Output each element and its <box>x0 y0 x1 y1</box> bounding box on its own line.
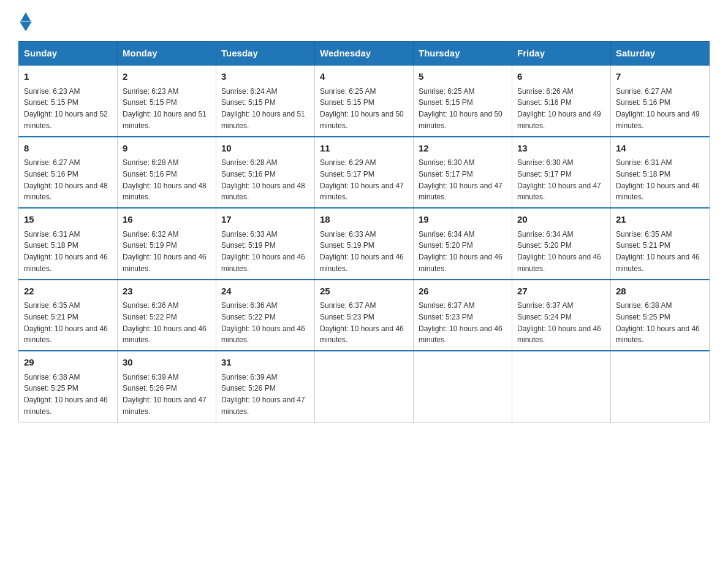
day-number: 23 <box>123 285 211 299</box>
header-row: SundayMondayTuesdayWednesdayThursdayFrid… <box>19 42 710 66</box>
day-info: Sunrise: 6:27 AMSunset: 5:16 PMDaylight:… <box>616 87 700 130</box>
calendar-cell: 27 Sunrise: 6:37 AMSunset: 5:24 PMDaylig… <box>512 280 611 351</box>
calendar-cell: 9 Sunrise: 6:28 AMSunset: 5:16 PMDayligh… <box>118 137 216 209</box>
calendar-cell: 24 Sunrise: 6:36 AMSunset: 5:22 PMDaylig… <box>216 280 315 351</box>
day-info: Sunrise: 6:30 AMSunset: 5:17 PMDaylight:… <box>517 158 601 201</box>
logo-triangle-bottom <box>20 21 32 31</box>
day-info: Sunrise: 6:36 AMSunset: 5:22 PMDaylight:… <box>221 301 305 344</box>
day-info: Sunrise: 6:34 AMSunset: 5:20 PMDaylight:… <box>517 230 601 273</box>
day-number: 5 <box>419 70 507 84</box>
day-number: 7 <box>616 70 704 84</box>
calendar-cell: 25 Sunrise: 6:37 AMSunset: 5:23 PMDaylig… <box>315 280 414 351</box>
day-info: Sunrise: 6:39 AMSunset: 5:26 PMDaylight:… <box>123 373 207 416</box>
day-number: 16 <box>123 213 211 227</box>
calendar-cell: 1 Sunrise: 6:23 AMSunset: 5:15 PMDayligh… <box>19 65 118 137</box>
calendar-cell: 17 Sunrise: 6:33 AMSunset: 5:19 PMDaylig… <box>216 208 315 280</box>
day-number: 24 <box>221 285 309 299</box>
calendar-cell: 15 Sunrise: 6:31 AMSunset: 5:18 PMDaylig… <box>19 208 118 280</box>
day-number: 17 <box>221 213 309 227</box>
day-number: 8 <box>24 142 112 156</box>
calendar-cell <box>315 351 414 422</box>
day-info: Sunrise: 6:31 AMSunset: 5:18 PMDaylight:… <box>24 230 108 273</box>
day-info: Sunrise: 6:37 AMSunset: 5:23 PMDaylight:… <box>419 301 502 344</box>
day-number: 10 <box>221 142 309 156</box>
day-info: Sunrise: 6:30 AMSunset: 5:17 PMDaylight:… <box>419 158 502 201</box>
week-row-3: 15 Sunrise: 6:31 AMSunset: 5:18 PMDaylig… <box>19 208 710 280</box>
header-cell-thursday: Thursday <box>414 42 512 66</box>
calendar-cell: 22 Sunrise: 6:35 AMSunset: 5:21 PMDaylig… <box>19 280 118 351</box>
day-number: 3 <box>221 70 309 84</box>
day-info: Sunrise: 6:38 AMSunset: 5:25 PMDaylight:… <box>616 301 700 344</box>
calendar-cell: 23 Sunrise: 6:36 AMSunset: 5:22 PMDaylig… <box>118 280 216 351</box>
calendar-cell: 12 Sunrise: 6:30 AMSunset: 5:17 PMDaylig… <box>414 137 512 209</box>
day-number: 6 <box>517 70 605 84</box>
calendar-cell: 13 Sunrise: 6:30 AMSunset: 5:17 PMDaylig… <box>512 137 611 209</box>
day-info: Sunrise: 6:31 AMSunset: 5:18 PMDaylight:… <box>616 158 700 201</box>
calendar-cell <box>611 351 710 422</box>
day-number: 28 <box>616 285 704 299</box>
calendar-cell: 29 Sunrise: 6:38 AMSunset: 5:25 PMDaylig… <box>19 351 118 422</box>
day-info: Sunrise: 6:25 AMSunset: 5:15 PMDaylight:… <box>419 87 502 130</box>
day-number: 15 <box>24 213 112 227</box>
day-info: Sunrise: 6:26 AMSunset: 5:16 PMDaylight:… <box>517 87 601 130</box>
day-info: Sunrise: 6:33 AMSunset: 5:19 PMDaylight:… <box>221 230 305 273</box>
day-info: Sunrise: 6:39 AMSunset: 5:26 PMDaylight:… <box>221 373 305 416</box>
day-info: Sunrise: 6:28 AMSunset: 5:16 PMDaylight:… <box>123 158 207 201</box>
day-number: 14 <box>616 142 704 156</box>
week-row-5: 29 Sunrise: 6:38 AMSunset: 5:25 PMDaylig… <box>19 351 710 422</box>
week-row-1: 1 Sunrise: 6:23 AMSunset: 5:15 PMDayligh… <box>19 65 710 137</box>
calendar-table: SundayMondayTuesdayWednesdayThursdayFrid… <box>18 41 710 423</box>
calendar-cell: 20 Sunrise: 6:34 AMSunset: 5:20 PMDaylig… <box>512 208 611 280</box>
day-info: Sunrise: 6:24 AMSunset: 5:15 PMDaylight:… <box>221 87 305 130</box>
day-info: Sunrise: 6:32 AMSunset: 5:19 PMDaylight:… <box>123 230 207 273</box>
calendar-cell: 16 Sunrise: 6:32 AMSunset: 5:19 PMDaylig… <box>118 208 216 280</box>
calendar-cell: 18 Sunrise: 6:33 AMSunset: 5:19 PMDaylig… <box>315 208 414 280</box>
week-row-4: 22 Sunrise: 6:35 AMSunset: 5:21 PMDaylig… <box>19 280 710 351</box>
day-info: Sunrise: 6:34 AMSunset: 5:20 PMDaylight:… <box>419 230 502 273</box>
day-number: 4 <box>320 70 408 84</box>
day-number: 21 <box>616 213 704 227</box>
calendar-cell: 21 Sunrise: 6:35 AMSunset: 5:21 PMDaylig… <box>611 208 710 280</box>
calendar-cell <box>414 351 512 422</box>
logo <box>18 12 32 29</box>
calendar-cell: 31 Sunrise: 6:39 AMSunset: 5:26 PMDaylig… <box>216 351 315 422</box>
day-info: Sunrise: 6:28 AMSunset: 5:16 PMDaylight:… <box>221 158 305 201</box>
day-number: 12 <box>419 142 507 156</box>
day-number: 27 <box>517 285 605 299</box>
calendar-cell: 3 Sunrise: 6:24 AMSunset: 5:15 PMDayligh… <box>216 65 315 137</box>
calendar-cell: 7 Sunrise: 6:27 AMSunset: 5:16 PMDayligh… <box>611 65 710 137</box>
calendar-cell: 8 Sunrise: 6:27 AMSunset: 5:16 PMDayligh… <box>19 137 118 209</box>
header-cell-wednesday: Wednesday <box>315 42 414 66</box>
page-header <box>18 12 710 29</box>
calendar-cell: 26 Sunrise: 6:37 AMSunset: 5:23 PMDaylig… <box>414 280 512 351</box>
day-info: Sunrise: 6:38 AMSunset: 5:25 PMDaylight:… <box>24 373 108 416</box>
calendar-cell: 6 Sunrise: 6:26 AMSunset: 5:16 PMDayligh… <box>512 65 611 137</box>
day-info: Sunrise: 6:37 AMSunset: 5:24 PMDaylight:… <box>517 301 601 344</box>
day-info: Sunrise: 6:23 AMSunset: 5:15 PMDaylight:… <box>24 87 108 130</box>
day-number: 31 <box>221 356 309 370</box>
calendar-cell <box>512 351 611 422</box>
calendar-cell: 5 Sunrise: 6:25 AMSunset: 5:15 PMDayligh… <box>414 65 512 137</box>
day-info: Sunrise: 6:36 AMSunset: 5:22 PMDaylight:… <box>123 301 207 344</box>
header-cell-sunday: Sunday <box>19 42 118 66</box>
day-number: 11 <box>320 142 408 156</box>
day-info: Sunrise: 6:27 AMSunset: 5:16 PMDaylight:… <box>24 158 108 201</box>
day-number: 2 <box>123 70 211 84</box>
header-cell-saturday: Saturday <box>611 42 710 66</box>
day-number: 19 <box>419 213 507 227</box>
calendar-cell: 10 Sunrise: 6:28 AMSunset: 5:16 PMDaylig… <box>216 137 315 209</box>
calendar-cell: 11 Sunrise: 6:29 AMSunset: 5:17 PMDaylig… <box>315 137 414 209</box>
day-number: 30 <box>123 356 211 370</box>
day-number: 29 <box>24 356 112 370</box>
day-info: Sunrise: 6:33 AMSunset: 5:19 PMDaylight:… <box>320 230 404 273</box>
day-number: 25 <box>320 285 408 299</box>
header-cell-monday: Monday <box>118 42 216 66</box>
header-cell-tuesday: Tuesday <box>216 42 315 66</box>
day-info: Sunrise: 6:29 AMSunset: 5:17 PMDaylight:… <box>320 158 404 201</box>
calendar-cell: 30 Sunrise: 6:39 AMSunset: 5:26 PMDaylig… <box>118 351 216 422</box>
week-row-2: 8 Sunrise: 6:27 AMSunset: 5:16 PMDayligh… <box>19 137 710 209</box>
day-info: Sunrise: 6:35 AMSunset: 5:21 PMDaylight:… <box>24 301 108 344</box>
day-number: 1 <box>24 70 112 84</box>
day-number: 26 <box>419 285 507 299</box>
day-number: 9 <box>123 142 211 156</box>
